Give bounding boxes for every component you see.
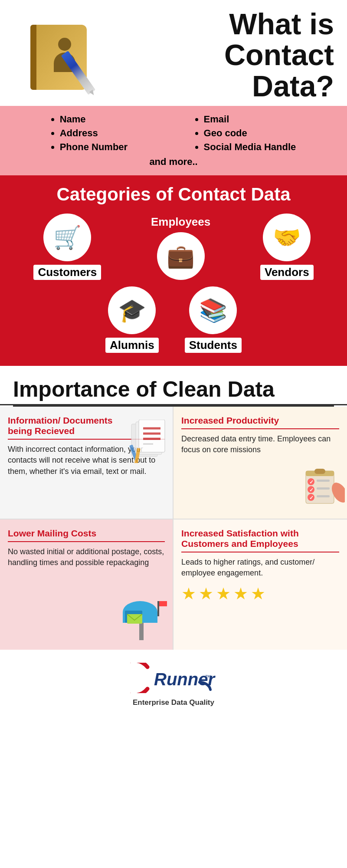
importance-grid: Information/ Documentsbeing Recieved Wit… [0, 407, 347, 650]
categories-section: Categories of Contact Data 🛒 Customers E… [0, 175, 347, 366]
star-3: ★ [216, 584, 231, 603]
category-students: 📚 Students [185, 286, 242, 353]
cell-mailing: Lower Mailing Costs No wasted initial or… [0, 519, 174, 650]
docs-illustration [129, 420, 168, 470]
importance-title-section: Importance of Clean Data [0, 366, 347, 405]
mailing-title: Lower Mailing Costs [8, 528, 165, 542]
vendors-icon: 🤝 [263, 214, 311, 261]
svg-rect-20 [317, 495, 330, 497]
students-label: Students [185, 338, 242, 353]
and-more-text: and more.. [149, 156, 197, 168]
contact-item-phone: Phone Number [60, 141, 128, 153]
svg-rect-2 [139, 420, 165, 452]
svg-rect-27 [159, 601, 167, 606]
mailing-body: No wasted initial or additional postage,… [8, 546, 165, 568]
category-alumnis: 🎓 Alumnis [105, 286, 159, 353]
customers-label: Customers [33, 265, 101, 280]
runner-subtitle: Enterprise Data Quality [133, 698, 214, 707]
productivity-body: Decreased data entry time. Employees can… [181, 434, 339, 455]
star-4: ★ [233, 584, 248, 603]
star-5: ★ [251, 584, 265, 603]
main-title: What is Contact Data? [117, 9, 334, 102]
svg-text:✓: ✓ [309, 487, 314, 493]
pen-tip [89, 90, 95, 97]
vendors-label: Vendors [260, 265, 314, 280]
svg-text:✓: ✓ [309, 495, 314, 501]
employees-icon: 💼 [157, 232, 205, 280]
stars-row: ★ ★ ★ ★ ★ [181, 584, 339, 603]
svg-rect-17 [317, 487, 330, 490]
students-icon: 📚 [189, 286, 237, 334]
categories-bottom-row: 🎓 Alumnis 📚 Students [9, 286, 338, 353]
runner-logo: Runner ™ Enterprise Data Quality [130, 663, 217, 707]
cell-documents: Information/ Documentsbeing Recieved Wit… [0, 407, 174, 519]
contact-col-right: Email Geo code Social Media Handle [195, 114, 296, 153]
checklist-illustration: ✓ ✓ ✓ [301, 469, 345, 514]
productivity-title: Increased Productivity [181, 415, 339, 429]
mailbox-illustration [114, 588, 170, 648]
svg-rect-14 [317, 480, 330, 482]
header-title: What is Contact Data? [108, 9, 334, 102]
svg-text:™: ™ [205, 674, 211, 681]
logo-svg: Runner ™ [130, 663, 217, 693]
categories-top-row: 🛒 Customers Employees 💼 🤝 Vendors [9, 214, 338, 280]
star-1: ★ [181, 584, 196, 603]
svg-rect-26 [157, 601, 159, 616]
contact-item-email: Email [204, 114, 296, 125]
header-icon [13, 20, 108, 90]
footer-section: Runner ™ Enterprise Data Quality [0, 650, 347, 720]
customers-icon: 🛒 [43, 214, 91, 261]
contact-item-address: Address [60, 128, 128, 139]
book-icon [26, 20, 95, 90]
contact-item-geocode: Geo code [204, 128, 296, 139]
person-head [58, 38, 71, 51]
alumnis-icon: 🎓 [108, 286, 156, 334]
categories-title: Categories of Contact Data [9, 184, 338, 205]
satisfaction-body: Leads to higher ratings, and customer/ e… [181, 557, 339, 579]
contact-item-social: Social Media Handle [204, 141, 296, 153]
contact-items-section: Name Address Phone Number Email Geo code… [0, 106, 347, 175]
contact-items-grid: Name Address Phone Number Email Geo code… [17, 114, 330, 153]
star-2: ★ [199, 584, 213, 603]
header-section: What is Contact Data? [0, 0, 347, 106]
svg-text:✓: ✓ [309, 479, 314, 485]
cell-productivity: Increased Productivity Decreased data en… [174, 407, 347, 519]
importance-title: Importance of Clean Data [13, 377, 334, 402]
employees-label: Employees [151, 215, 210, 229]
contact-col-left: Name Address Phone Number [51, 114, 128, 153]
category-employees: Employees 💼 [151, 215, 210, 280]
cell-satisfaction: Increased Satisfaction with Customers an… [174, 519, 347, 650]
svg-rect-11 [314, 469, 325, 474]
category-customers: 🛒 Customers [33, 214, 101, 280]
contact-item-name: Name [60, 114, 128, 125]
alumnis-label: Alumnis [105, 338, 159, 353]
category-vendors: 🤝 Vendors [260, 214, 314, 280]
satisfaction-title: Increased Satisfaction with Customers an… [181, 528, 339, 552]
